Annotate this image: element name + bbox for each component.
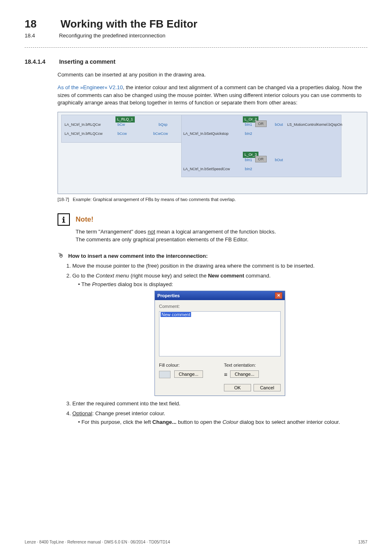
figure-tag: [18-7] [58, 197, 71, 203]
version-paragraph: As of the »Engineer« V2.10, the interior… [58, 84, 367, 106]
step-2-newcmd: New comment [208, 273, 244, 279]
fill-colour-swatch [159, 371, 171, 378]
steps-list: Move the mouse pointer to the (free) pos… [65, 262, 367, 426]
port-bccw: bCcw [118, 131, 127, 136]
comment-selected-text: New comment [161, 312, 191, 317]
label-ls-out: LS_MotionControlKernel.bQspOn [287, 122, 342, 127]
step-2-sub-properties: Properties [92, 281, 116, 287]
step-2-context: Context menu [96, 273, 129, 279]
step-2-sub: The Properties dialog box is displayed: [78, 281, 367, 288]
note-line2: The comments are only graphical presenta… [76, 236, 367, 243]
note-block: Note! The term "Arrangement" does not me… [58, 213, 367, 243]
divider [25, 47, 367, 48]
figure-caption-text: Example: Graphical arrangement of FBs by… [73, 197, 236, 202]
subsection-number: 18.4.1.4 [25, 58, 58, 66]
port-or2-bout: bOut [275, 122, 283, 127]
chapter-title: Working with the FB Editor [60, 18, 197, 30]
ok-button[interactable]: OK [224, 384, 251, 391]
step-2: Go to the Context menu (right mouse key)… [72, 272, 367, 396]
note-title: Note! [76, 215, 93, 224]
subsection-heading: 18.4.1.4 Inserting a comment [25, 58, 367, 66]
step-4-label: Optional [72, 410, 92, 416]
port-or3-bin2: bIn2 [245, 166, 252, 172]
footer-left: Lenze · 8400 TopLine · Reference manual … [25, 539, 170, 545]
label-la-setqs: LA_NCtrl_In.bSetQuickstop [183, 131, 228, 136]
close-icon[interactable]: ✕ [275, 292, 282, 299]
section-header: 18.4 Reconfiguring the predefined interc… [25, 32, 367, 39]
svg-rect-2 [62, 222, 65, 223]
block-or3-body: OR [255, 157, 267, 162]
info-icon [58, 213, 70, 226]
port-bcwccw: bCwCcw [153, 131, 168, 136]
cancel-button[interactable]: Cancel [254, 384, 281, 391]
align-left-icon: ≡ [224, 372, 227, 377]
howto-title: How to insert a new comment into the int… [68, 252, 208, 260]
block-rlq: L_RLQ_1 [115, 116, 135, 123]
step-4-sub-suffix: dialog box to select another interior co… [238, 419, 340, 425]
section-title: Reconfiguring the predefined interconnec… [59, 32, 166, 39]
intro-text: Comments can be inserted at any position… [58, 71, 367, 79]
subsection-title: Inserting a comment [59, 58, 115, 65]
svg-rect-3 [62, 219, 64, 220]
figure-caption: [18-7] Example: Graphical arrangement of… [58, 197, 367, 203]
page-title: 18 Working with the FB Editor [25, 16, 367, 31]
step-2-prefix: Go to the [72, 273, 96, 279]
step-2-sub-suffix: dialog box is displayed: [116, 281, 173, 287]
figure-diagram: LA_NCtrl_In.bRLQCw LA_NCtrl_In.bRLQCcw L… [58, 112, 367, 194]
block-or2-body: OR [255, 121, 267, 127]
step-4-sub: For this purpose, click the left Change.… [78, 419, 367, 426]
step-1: Move the mouse pointer to the (free) pos… [72, 262, 367, 270]
note-body: The term "Arrangement" does not mean a l… [76, 228, 367, 243]
page-footer: Lenze · 8400 TopLine · Reference manual … [25, 539, 367, 545]
label-la-rlqcw: LA_NCtrl_In.bRLQCw [65, 122, 101, 127]
step-3: Enter the required comment into the text… [72, 400, 367, 407]
step-2-mid: (right mouse key) and select the [129, 273, 208, 279]
change-fill-button[interactable]: Change... [174, 370, 203, 378]
svg-point-0 [63, 217, 65, 218]
change-orientation-button[interactable]: Change... [230, 370, 259, 378]
step-4-sub-mid: button to open the [176, 419, 222, 425]
port-or3-bin1: bIn1 [245, 157, 252, 163]
step-2-sub-prefix: The [81, 281, 92, 287]
dialog-title: Properties [157, 293, 180, 299]
step-4-sub-change: Change... [152, 419, 177, 425]
chapter-number: 18 [25, 16, 58, 31]
label-la-rlqccw: LA_NCtrl_In.bRLQCcw [65, 131, 103, 136]
note-line1-suffix: mean a logical arrangement of the functi… [155, 229, 276, 235]
port-or3-bout: bOut [275, 157, 283, 163]
step-2-suffix: command. [244, 273, 270, 279]
fill-colour-label: Fill colour: [159, 362, 216, 368]
step-4-sub-prefix: For this purpose, click the left [81, 419, 152, 425]
orientation-label: Text orientation: [224, 362, 281, 368]
port-or2-bin2: bIn2 [245, 131, 252, 136]
dialog-titlebar[interactable]: Properties ✕ [155, 291, 285, 300]
note-line1-prefix: The term "Arrangement" does [76, 229, 148, 235]
section-number: 18.4 [25, 32, 58, 39]
comment-label: Comment: [159, 304, 180, 309]
note-line1-not: not [148, 229, 155, 235]
block-rlq-title: L_RLQ_1 [115, 116, 135, 123]
step-4: Optional: Change preset interior colour.… [72, 410, 367, 426]
mouse-icon: 🖰 [58, 252, 64, 259]
port-bcw: bCw [118, 122, 125, 127]
label-la-setspd: LA_NCtrl_In.bSetSpeedCcw [183, 166, 230, 172]
footer-page: 1357 [358, 539, 367, 545]
properties-dialog: Properties ✕ Comment: New comment Fill c… [154, 291, 285, 395]
howto-heading: 🖰 How to insert a new comment into the i… [58, 252, 367, 260]
step-4-sub-colour: Colour [222, 419, 238, 425]
port-or2-bin1: bIn1 [245, 122, 252, 127]
version-lead: As of the »Engineer« V2.10 [58, 84, 123, 90]
port-bqsp: bQsp [159, 122, 168, 127]
step-4-rest: : Change preset interior colour. [92, 410, 165, 416]
comment-textarea[interactable] [159, 311, 281, 356]
